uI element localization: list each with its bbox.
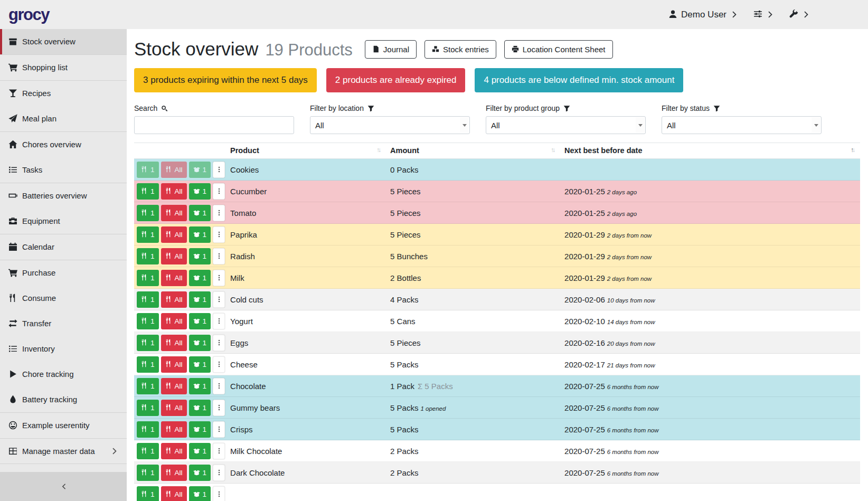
settings-menu[interactable]	[753, 10, 775, 20]
row-menu-button[interactable]	[213, 248, 225, 264]
row-menu-button[interactable]	[213, 226, 225, 243]
expired-banner[interactable]: 2 products are already expired	[326, 68, 466, 92]
row-menu-button[interactable]	[213, 421, 225, 438]
row-menu-button[interactable]	[213, 486, 225, 501]
row-menu-button[interactable]	[213, 465, 225, 481]
consume-one-button[interactable]: 1	[137, 162, 159, 178]
open-one-button[interactable]: 1	[189, 486, 211, 501]
consume-one-button[interactable]: 1	[137, 400, 159, 416]
consume-one-button[interactable]: 1	[137, 443, 159, 459]
location-content-sheet-button[interactable]: Location Content Sheet	[504, 40, 613, 59]
consume-one-button[interactable]: 1	[137, 335, 159, 351]
stock-entries-button[interactable]: Stock entries	[424, 40, 496, 59]
sidebar-item-battery-tracking[interactable]: Battery tracking	[0, 387, 127, 412]
open-one-button[interactable]: 1	[189, 443, 211, 459]
row-menu-button[interactable]	[213, 313, 225, 329]
sort-icon[interactable]: ↑↓	[376, 146, 382, 154]
consume-one-button[interactable]: 1	[137, 205, 159, 221]
sidebar-item-chore-tracking[interactable]: Chore tracking	[0, 362, 127, 387]
sidebar-item-inventory[interactable]: Inventory	[0, 336, 127, 362]
open-one-button[interactable]: 1	[189, 162, 211, 178]
row-menu-button[interactable]	[213, 205, 225, 221]
consume-all-button[interactable]: All	[161, 465, 187, 481]
sidebar-item-tasks[interactable]: Tasks	[0, 157, 127, 183]
location-select[interactable]: All	[310, 116, 470, 134]
consume-one-button[interactable]: 1	[137, 270, 159, 286]
journal-button[interactable]: Journal	[365, 40, 417, 59]
sort-icon[interactable]: ↑↓	[551, 146, 556, 154]
sidebar-collapse-button[interactable]	[0, 472, 127, 501]
admin-menu[interactable]	[789, 10, 811, 20]
consume-one-button[interactable]: 1	[137, 313, 159, 329]
app-logo[interactable]: grocy	[8, 5, 49, 24]
consume-all-button[interactable]: All	[161, 356, 187, 373]
row-menu-button[interactable]	[213, 270, 225, 286]
row-menu-button[interactable]	[213, 291, 225, 308]
consume-one-button[interactable]: 1	[137, 291, 159, 308]
amount-column-header[interactable]: ↑↓ Amount	[386, 143, 560, 159]
consume-all-button[interactable]: All	[161, 421, 187, 438]
below-min-stock-banner[interactable]: 4 products are below defined min. stock …	[475, 68, 683, 92]
open-one-button[interactable]: 1	[189, 226, 211, 243]
consume-one-button[interactable]: 1	[137, 226, 159, 243]
consume-all-button[interactable]: All	[161, 270, 187, 286]
sidebar-item-purchase[interactable]: Purchase	[0, 260, 127, 286]
consume-all-button[interactable]: All	[161, 400, 187, 416]
consume-all-button[interactable]: All	[161, 313, 187, 329]
consume-all-button[interactable]: All	[161, 248, 187, 264]
consume-all-button[interactable]: All	[161, 205, 187, 221]
open-one-button[interactable]: 1	[189, 335, 211, 351]
row-menu-button[interactable]	[213, 378, 225, 394]
sidebar-item-equipment[interactable]: Equipment	[0, 209, 127, 234]
sidebar-item-consume[interactable]: Consume	[0, 286, 127, 311]
consume-one-button[interactable]: 1	[137, 421, 159, 438]
row-menu-button[interactable]	[213, 443, 225, 459]
open-one-button[interactable]: 1	[189, 400, 211, 416]
consume-all-button[interactable]: All	[161, 443, 187, 459]
status-select[interactable]: All	[662, 116, 822, 134]
sidebar-item-manage-master-data[interactable]: Manage master data	[0, 439, 127, 464]
open-one-button[interactable]: 1	[189, 356, 211, 373]
open-one-button[interactable]: 1	[189, 205, 211, 221]
user-menu[interactable]: Demo User	[668, 10, 739, 20]
consume-one-button[interactable]: 1	[137, 486, 159, 501]
open-one-button[interactable]: 1	[189, 270, 211, 286]
open-one-button[interactable]: 1	[189, 248, 211, 264]
sidebar-item-calendar[interactable]: Calendar	[0, 234, 127, 260]
consume-all-button[interactable]: All	[161, 226, 187, 243]
sidebar-item-meal-plan[interactable]: Meal plan	[0, 106, 127, 131]
product-column-header[interactable]: ↑↓ Product	[226, 143, 386, 159]
consume-all-button[interactable]: All	[161, 183, 187, 200]
sort-icon[interactable]: ↑↓	[851, 146, 856, 154]
consume-one-button[interactable]: 1	[137, 356, 159, 373]
consume-all-button[interactable]: All	[161, 378, 187, 394]
row-menu-button[interactable]	[213, 183, 225, 200]
open-one-button[interactable]: 1	[189, 421, 211, 438]
sidebar-item-batteries-overview[interactable]: Batteries overview	[0, 183, 127, 209]
open-one-button[interactable]: 1	[189, 183, 211, 200]
consume-all-button[interactable]: All	[161, 486, 187, 501]
search-input[interactable]	[134, 116, 294, 134]
row-menu-button[interactable]	[213, 335, 225, 351]
open-one-button[interactable]: 1	[189, 313, 211, 329]
row-menu-button[interactable]	[213, 400, 225, 416]
open-one-button[interactable]: 1	[189, 378, 211, 394]
sidebar-item-chores-overview[interactable]: Chores overview	[0, 132, 127, 157]
row-menu-button[interactable]	[213, 162, 225, 178]
consume-all-button[interactable]: All	[161, 162, 187, 178]
consume-all-button[interactable]: All	[161, 291, 187, 308]
consume-one-button[interactable]: 1	[137, 248, 159, 264]
open-one-button[interactable]: 1	[189, 465, 211, 481]
consume-one-button[interactable]: 1	[137, 183, 159, 200]
product-group-select[interactable]: All	[486, 116, 646, 134]
sidebar-item-transfer[interactable]: Transfer	[0, 311, 127, 336]
row-menu-button[interactable]	[213, 356, 225, 373]
open-one-button[interactable]: 1	[189, 291, 211, 308]
consume-one-button[interactable]: 1	[137, 465, 159, 481]
expiring-banner[interactable]: 3 products expiring within the next 5 da…	[134, 68, 317, 92]
sidebar-item-recipes[interactable]: Recipes	[0, 81, 127, 106]
sidebar-item-shopping-list[interactable]: Shopping list	[0, 55, 127, 80]
sidebar-item-example-userentity[interactable]: Example userentity	[0, 413, 127, 438]
bbd-column-header[interactable]: ↑↓ Next best before date	[560, 143, 860, 159]
consume-one-button[interactable]: 1	[137, 378, 159, 394]
